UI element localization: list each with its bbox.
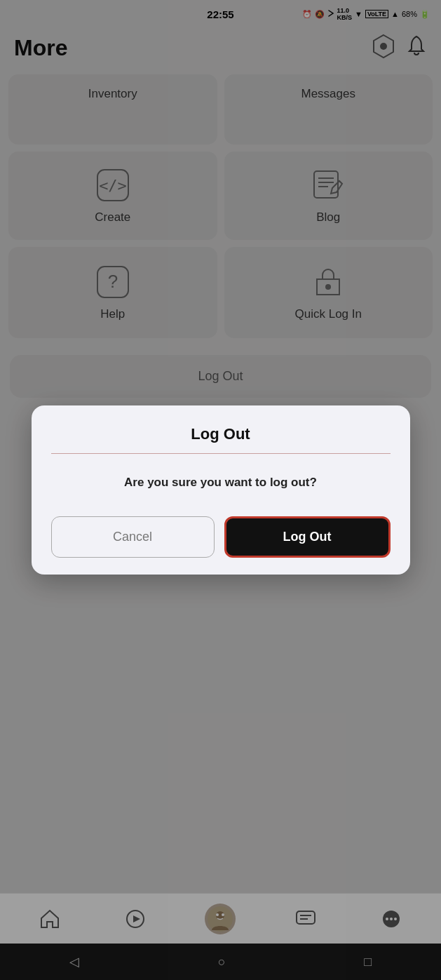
modal-overlay: Log Out Are you sure you want to log out… xyxy=(0,0,441,980)
modal-cancel-button[interactable]: Cancel xyxy=(51,516,215,558)
modal-actions: Cancel Log Out xyxy=(51,516,391,558)
modal-message: Are you sure you want to log out? xyxy=(51,474,391,492)
modal-logout-button[interactable]: Log Out xyxy=(224,516,391,558)
modal-title: Log Out xyxy=(51,425,391,443)
logout-modal: Log Out Are you sure you want to log out… xyxy=(32,405,410,575)
modal-divider xyxy=(51,453,391,454)
